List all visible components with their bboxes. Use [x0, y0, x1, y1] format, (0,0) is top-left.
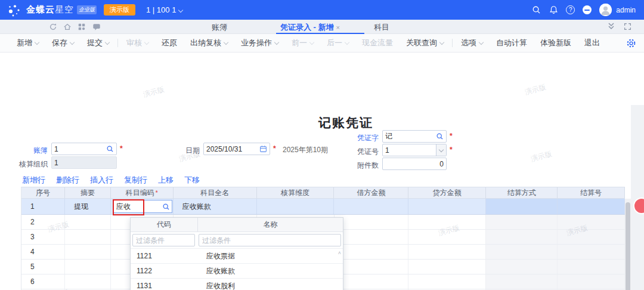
- home-icon[interactable]: [63, 23, 72, 31]
- org-switcher[interactable]: 1 | 100 1: [146, 5, 182, 14]
- do-not-disturb-icon[interactable]: [583, 5, 592, 14]
- toolbar-related-query-button[interactable]: 关联查询: [406, 38, 444, 48]
- toolbar-restore-button[interactable]: 还原: [162, 38, 177, 48]
- fullscreen-icon[interactable]: [624, 23, 632, 31]
- scrollbar-thumb[interactable]: [626, 202, 630, 290]
- avatar[interactable]: [599, 4, 612, 16]
- account-code-cell[interactable]: 应收: [111, 199, 174, 214]
- debit-cell[interactable]: [335, 260, 409, 274]
- lookup-search-icon[interactable]: [162, 203, 170, 211]
- scroll-up-hint-icon[interactable]: ˄: [338, 250, 341, 256]
- seq-cell[interactable]: 2: [21, 215, 65, 229]
- notification-bell-icon[interactable]: [549, 5, 558, 15]
- summary-cell[interactable]: [65, 230, 111, 244]
- required-asterisk: *: [450, 132, 453, 140]
- toolbar-save-button[interactable]: 保存: [52, 38, 74, 48]
- settle-method-cell[interactable]: [486, 215, 558, 229]
- settle-no-cell[interactable]: [558, 245, 625, 259]
- seq-cell[interactable]: 3: [21, 230, 65, 244]
- col-seq: 序号: [21, 187, 65, 198]
- settle-no-cell[interactable]: [558, 260, 625, 274]
- credit-cell[interactable]: [408, 199, 486, 214]
- account-name-cell[interactable]: 应收账款: [174, 199, 257, 214]
- toolbar-exit-button[interactable]: 退出: [584, 38, 600, 48]
- summary-cell[interactable]: [65, 245, 111, 259]
- credit-cell[interactable]: [408, 260, 486, 274]
- toolbar-divider: [452, 39, 453, 47]
- summary-cell[interactable]: [65, 274, 111, 289]
- tab-voucher-entry-new[interactable]: 凭证录入 - 新增×: [280, 22, 340, 33]
- date-field[interactable]: 2025/10/31: [203, 143, 270, 155]
- help-icon[interactable]: ?: [566, 5, 575, 14]
- dimension-cell[interactable]: [257, 199, 335, 214]
- account-code-editor[interactable]: 应收: [113, 200, 172, 213]
- name-filter-input[interactable]: [199, 234, 341, 246]
- credit-cell[interactable]: [408, 215, 486, 229]
- popup-item-1122[interactable]: 1122应收账款: [131, 264, 343, 279]
- settle-method-cell[interactable]: [486, 274, 558, 289]
- popup-name-header: 名称: [198, 218, 343, 232]
- lookup-search-icon[interactable]: [106, 145, 114, 153]
- voucher-form: 记账凭证 账簿 1 * 核算组织 1 日期 2025/10/31 * 2025年…: [0, 53, 644, 290]
- settle-method-cell[interactable]: [486, 199, 558, 214]
- tab-account[interactable]: 科目: [374, 22, 389, 33]
- close-icon[interactable]: ×: [336, 24, 340, 31]
- settle-method-cell[interactable]: [486, 230, 558, 244]
- seq-cell[interactable]: 1: [21, 199, 65, 214]
- debit-cell[interactable]: [335, 230, 409, 244]
- credit-cell[interactable]: [408, 245, 486, 259]
- username-label[interactable]: admin: [616, 6, 636, 14]
- settle-method-cell[interactable]: [486, 245, 558, 259]
- toolbar-auto-calc-button[interactable]: 自动计算: [496, 38, 527, 48]
- debit-cell[interactable]: [335, 215, 409, 229]
- copy-row-link[interactable]: 复制行: [124, 175, 147, 186]
- move-down-link[interactable]: 下移: [184, 175, 200, 186]
- grid-row-1[interactable]: 1 提现 应收 应收账款: [21, 199, 625, 215]
- delete-row-link[interactable]: 删除行: [56, 175, 79, 186]
- credit-cell[interactable]: [408, 274, 486, 289]
- apps-grid-icon[interactable]: [78, 23, 86, 31]
- collapse-chevrons-icon[interactable]: [607, 21, 615, 30]
- summary-cell[interactable]: [65, 215, 111, 229]
- toolbar-business-ops-button[interactable]: 业务操作: [241, 38, 278, 48]
- settle-no-cell[interactable]: [558, 199, 625, 214]
- add-row-link[interactable]: 新增行: [22, 175, 45, 186]
- insert-row-link[interactable]: 插入行: [90, 175, 113, 186]
- seq-cell[interactable]: 4: [21, 245, 65, 259]
- toolbar-options-button[interactable]: 选项: [461, 38, 483, 48]
- voucher-no-field[interactable]: 1: [382, 144, 447, 156]
- tab-ledger[interactable]: 账簿: [212, 22, 227, 33]
- move-up-link[interactable]: 上移: [158, 175, 174, 186]
- attachment-count-field[interactable]: 0: [382, 158, 447, 170]
- code-filter-input[interactable]: [132, 234, 195, 246]
- popup-item-1131[interactable]: 1131应收股利: [131, 279, 343, 290]
- voucher-word-label[interactable]: 凭证字: [352, 133, 379, 143]
- debit-cell[interactable]: [335, 245, 409, 259]
- seq-cell[interactable]: 5: [21, 260, 65, 274]
- search-icon[interactable]: [531, 5, 541, 15]
- summary-cell[interactable]: [65, 260, 111, 274]
- voucher-word-field[interactable]: 记: [382, 130, 447, 143]
- message-bubble-icon[interactable]: [92, 23, 101, 31]
- toolbar-try-new-version-button[interactable]: 体验新版: [540, 38, 571, 48]
- settle-method-cell[interactable]: [486, 260, 558, 274]
- settle-no-cell[interactable]: [558, 230, 625, 244]
- calendar-icon[interactable]: [259, 145, 267, 153]
- seq-cell[interactable]: 6: [21, 274, 65, 289]
- combo-chevron-icon[interactable]: [436, 144, 446, 156]
- gear-icon[interactable]: [626, 38, 636, 48]
- debit-cell[interactable]: [334, 199, 408, 214]
- settle-no-cell[interactable]: [558, 215, 625, 229]
- settle-no-cell[interactable]: [558, 274, 625, 289]
- toolbar-cashier-review-button[interactable]: 出纳复核: [190, 38, 228, 48]
- toolbar-submit-button[interactable]: 提交: [87, 38, 109, 48]
- account-book-field[interactable]: 1: [51, 143, 117, 155]
- summary-cell[interactable]: 提现: [65, 199, 111, 214]
- vertical-scrollbar[interactable]: [625, 199, 631, 290]
- credit-cell[interactable]: [408, 230, 486, 244]
- popup-item-1121[interactable]: 1121应收票据: [131, 249, 343, 264]
- sync-icon[interactable]: [49, 23, 57, 31]
- toolbar-new-button[interactable]: 新增: [17, 38, 39, 48]
- debit-cell[interactable]: [335, 274, 409, 289]
- lookup-search-icon[interactable]: [436, 132, 444, 140]
